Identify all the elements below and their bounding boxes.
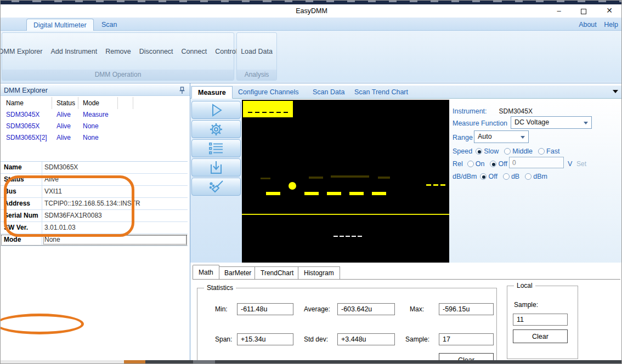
cell-status: Alive xyxy=(52,132,78,144)
group-label-analysis: Analysis xyxy=(237,70,276,80)
dmm-explorer-panel-title: DMM Explorer xyxy=(4,87,48,94)
dmm-explorer-button[interactable]: DMM Explorer xyxy=(0,48,42,55)
column-header-status[interactable]: Status xyxy=(52,97,78,109)
table-row[interactable]: SDM3065X[2] Alive None xyxy=(2,132,189,144)
tabstrip-divider xyxy=(193,279,620,280)
tab-histogram[interactable]: Histogram xyxy=(298,266,340,279)
tab-scan-data[interactable]: Scan Data xyxy=(307,86,350,99)
property-row-mode[interactable]: Mode None xyxy=(1,234,188,246)
pin-icon[interactable] xyxy=(179,87,185,94)
column-header-name[interactable]: Name xyxy=(2,97,52,109)
chevron-down-icon xyxy=(521,136,525,139)
radio-label[interactable]: Off xyxy=(498,160,507,168)
property-label: Address xyxy=(1,198,42,209)
local-groupbox: Local Sample: Clear xyxy=(507,286,578,359)
tab-math[interactable]: Math xyxy=(193,265,219,279)
cell-name[interactable]: SDM3065X xyxy=(2,121,52,132)
radio-db-off[interactable] xyxy=(480,173,487,180)
disconnect-button[interactable]: Disconnect xyxy=(139,48,173,55)
ghost-segment xyxy=(378,177,390,179)
property-label: Status xyxy=(1,174,42,185)
property-row-swver[interactable]: SW Ver. 3.01.01.03 xyxy=(1,222,188,234)
radio-label[interactable]: Fast xyxy=(546,147,559,155)
property-row-status[interactable]: Status Alive xyxy=(1,174,188,186)
measure-toolbar xyxy=(190,99,242,263)
tab-trendchart[interactable]: TrendChart xyxy=(255,266,299,279)
add-instrument-button[interactable]: Add Instrument xyxy=(50,48,97,55)
cell-mode: Measure xyxy=(78,109,118,121)
property-label: Serial Num xyxy=(1,210,42,221)
tab-scan-trend-chart[interactable]: Scan Trend Chart xyxy=(348,86,414,99)
settings-button[interactable] xyxy=(191,120,241,138)
stddev-value-input[interactable] xyxy=(337,333,395,345)
broom-icon xyxy=(207,179,225,195)
property-value: Alive xyxy=(42,174,188,185)
list-button[interactable] xyxy=(191,139,241,157)
radio-rel-on[interactable] xyxy=(467,161,474,167)
save-data-button[interactable] xyxy=(191,158,241,177)
property-row-serial[interactable]: Serial Num SDM36FAX1R0083 xyxy=(1,210,188,222)
local-sample-input[interactable] xyxy=(513,314,568,326)
run-button[interactable] xyxy=(191,101,241,119)
tab-barmeter[interactable]: BarMeter xyxy=(218,266,257,279)
sample-value-input[interactable] xyxy=(439,333,494,345)
tab-configure-channels[interactable]: Configure Channels xyxy=(232,86,305,99)
column-header-mode[interactable]: Mode xyxy=(78,97,118,109)
remove-button[interactable]: Remove xyxy=(105,48,131,55)
tab-scan[interactable]: Scan xyxy=(95,19,124,31)
table-row[interactable]: SDM3045X Alive Measure xyxy=(2,109,189,121)
property-value: SDM3065X xyxy=(42,162,188,173)
average-value-input[interactable] xyxy=(337,303,395,315)
clear-display-button[interactable] xyxy=(191,178,241,196)
radio-dbm[interactable] xyxy=(525,173,531,180)
property-row-address[interactable]: Address TCPIP0::192.168.55.134::INSTR xyxy=(1,198,188,210)
about-link[interactable]: About xyxy=(579,21,597,29)
cell-name[interactable]: SDM3045X xyxy=(2,109,52,121)
max-label: Max: xyxy=(410,303,424,315)
radio-speed-slow[interactable] xyxy=(476,148,482,155)
maximize-button[interactable] xyxy=(574,4,593,18)
primary-reading-dashes xyxy=(266,182,386,195)
load-data-button[interactable]: Load Data xyxy=(241,48,273,55)
rel-set-button[interactable]: Set xyxy=(576,160,586,168)
max-value-input[interactable] xyxy=(439,303,494,315)
control-button[interactable]: Control xyxy=(215,48,237,55)
chevron-down-icon xyxy=(584,122,588,124)
close-button[interactable]: ✕ xyxy=(600,4,619,18)
table-row[interactable]: SDM3065X Alive None xyxy=(2,121,189,132)
radio-rel-off[interactable] xyxy=(490,161,496,167)
radio-label[interactable]: dBm xyxy=(533,173,547,180)
chevron-down-icon[interactable] xyxy=(613,90,618,93)
ribbon-group-analysis: Load Data Analysis xyxy=(236,32,277,81)
radio-speed-middle[interactable] xyxy=(504,148,511,155)
statistics-legend: Statistics xyxy=(204,284,236,292)
help-link[interactable]: Help xyxy=(604,21,618,29)
min-value-input[interactable] xyxy=(237,303,293,315)
minimize-button[interactable]: – xyxy=(550,4,568,18)
measure-function-select[interactable]: DC Voltage xyxy=(511,116,592,129)
taskbar-gray-segment xyxy=(193,360,215,364)
radio-label[interactable]: On xyxy=(476,160,485,168)
connect-button[interactable]: Connect xyxy=(182,48,207,55)
cell-name[interactable]: SDM3065X[2] xyxy=(2,132,52,144)
local-clear-button[interactable]: Clear xyxy=(513,329,568,343)
tab-measure[interactable]: Measure xyxy=(191,86,233,99)
radio-db[interactable] xyxy=(503,173,510,180)
radio-label[interactable]: Off xyxy=(488,173,497,180)
radio-label[interactable]: Middle xyxy=(512,147,533,155)
tab-digital-multimeter[interactable]: Digital Multimeter xyxy=(26,19,94,31)
property-row-bus[interactable]: Bus VXI11 xyxy=(1,186,188,198)
property-row-name[interactable]: Name SDM3065X xyxy=(1,162,188,174)
cell-mode: None xyxy=(78,121,118,132)
maximize-icon xyxy=(581,9,586,14)
radio-label[interactable]: dB xyxy=(511,173,519,180)
range-select[interactable]: Auto xyxy=(474,130,529,143)
rel-value-input[interactable] xyxy=(509,157,564,168)
span-value-input[interactable] xyxy=(237,333,293,345)
instrument-label: Instrument: xyxy=(453,107,487,115)
property-label: Bus xyxy=(1,186,42,197)
analysis-panel: Math BarMeter TrendChart Histogram Stati… xyxy=(190,263,622,361)
radio-label[interactable]: Slow xyxy=(484,147,499,155)
radio-speed-fast[interactable] xyxy=(538,148,545,155)
local-legend: Local xyxy=(514,282,535,289)
